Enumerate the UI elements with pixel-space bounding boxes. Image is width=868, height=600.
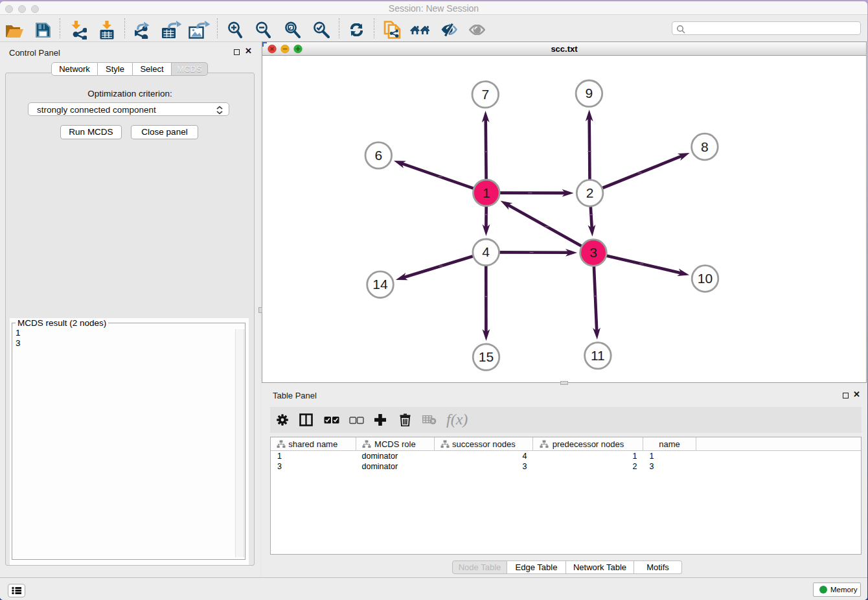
svg-text:14: 14	[372, 277, 388, 292]
svg-text:11: 11	[591, 348, 605, 363]
svg-text:4: 4	[482, 244, 490, 259]
svg-text:6: 6	[374, 148, 382, 163]
svg-text:8: 8	[701, 139, 709, 154]
svg-text:2: 2	[586, 185, 594, 200]
svg-text:15: 15	[479, 349, 494, 364]
svg-text:3: 3	[589, 245, 597, 260]
svg-text:9: 9	[586, 86, 593, 100]
svg-text:10: 10	[698, 271, 713, 286]
svg-text:7: 7	[481, 87, 489, 102]
svg-text:1: 1	[483, 185, 490, 200]
